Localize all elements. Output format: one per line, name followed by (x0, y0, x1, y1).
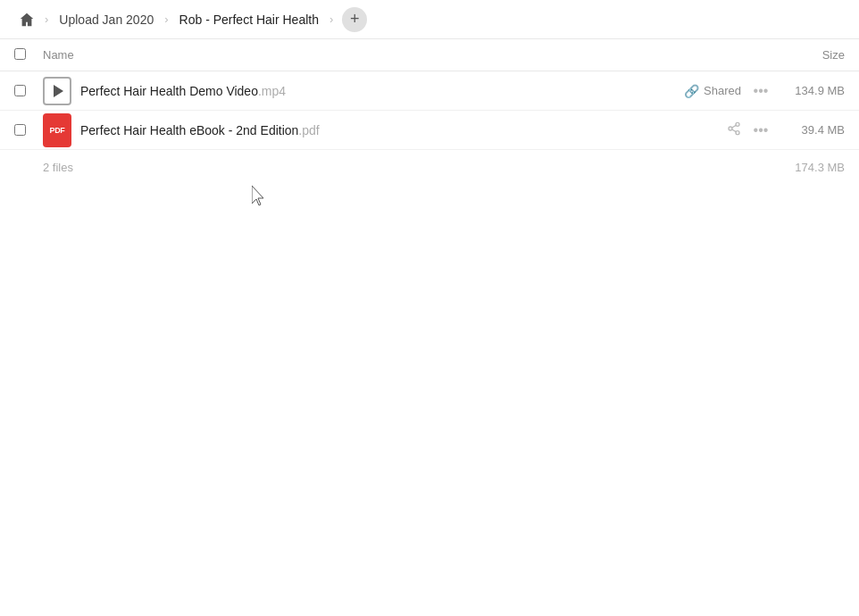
more-options-video[interactable]: ••• (748, 79, 773, 104)
shared-label: Shared (704, 84, 741, 97)
row-checkbox-pdf[interactable] (14, 124, 36, 136)
file-ext-video: .mp4 (258, 84, 286, 98)
pdf-icon-label: PDF (49, 126, 64, 135)
table-row[interactable]: PDF Perfect Hair Health eBook - 2nd Edit… (0, 111, 859, 150)
video-file-icon (43, 77, 71, 105)
chevron-icon-1: › (43, 12, 50, 26)
file-size-pdf: 39.4 MB (773, 123, 845, 137)
column-header: Name Size (0, 39, 859, 71)
col-name-label: Name (43, 48, 822, 62)
select-all-input[interactable] (14, 48, 26, 60)
play-triangle-icon (54, 85, 63, 97)
file-size-video: 134.9 MB (773, 84, 845, 97)
chevron-icon-2: › (163, 12, 170, 26)
home-icon (19, 12, 35, 28)
file-name-area-video: Perfect Hair Health Demo Video .mp4 (80, 84, 684, 98)
table-row[interactable]: Perfect Hair Health Demo Video .mp4 🔗 Sh… (0, 71, 859, 111)
svg-line-4 (732, 125, 737, 128)
share-icon-pdf[interactable] (727, 121, 741, 139)
file-name-pdf: Perfect Hair Health eBook - 2nd Edition (80, 123, 298, 137)
checkbox-video[interactable] (14, 85, 26, 96)
file-actions-pdf: ••• (727, 118, 773, 143)
footer-summary: 2 files 174.3 MB (0, 150, 859, 185)
video-icon-wrapper (43, 77, 71, 105)
pdf-icon-wrapper: PDF (43, 113, 71, 147)
home-button[interactable] (14, 7, 39, 32)
file-count: 2 files (43, 161, 73, 174)
more-options-pdf[interactable]: ••• (748, 118, 773, 143)
shared-badge: 🔗 Shared (684, 84, 741, 98)
file-actions-video: 🔗 Shared ••• (684, 79, 773, 104)
svg-line-3 (732, 129, 737, 132)
mouse-cursor (252, 186, 268, 207)
file-name-area-pdf: Perfect Hair Health eBook - 2nd Edition … (80, 123, 727, 137)
file-name-video: Perfect Hair Health Demo Video (80, 84, 258, 98)
pdf-file-icon: PDF (43, 116, 71, 145)
link-icon: 🔗 (684, 84, 699, 98)
file-ext-pdf: .pdf (298, 123, 319, 137)
row-checkbox-video[interactable] (14, 85, 36, 96)
breadcrumb-bar: › Upload Jan 2020 › Rob - Perfect Hair H… (0, 0, 859, 39)
total-size: 174.3 MB (795, 161, 845, 174)
add-button[interactable]: + (342, 7, 367, 32)
chevron-icon-3: › (328, 12, 335, 26)
breadcrumb-upload-jan-2020[interactable]: Upload Jan 2020 (54, 7, 159, 32)
breadcrumb-rob-perfect-hair-health[interactable]: Rob - Perfect Hair Health (174, 7, 324, 32)
col-size-label: Size (822, 48, 845, 62)
select-all-checkbox[interactable] (14, 48, 36, 62)
checkbox-pdf[interactable] (14, 124, 26, 136)
